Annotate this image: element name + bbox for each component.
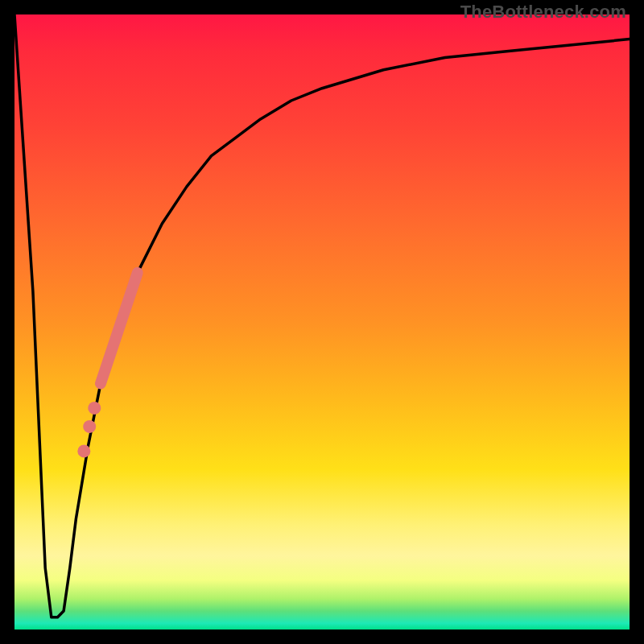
bottleneck-curve: [14, 14, 630, 617]
watermark-text: TheBottleneck.com: [460, 2, 626, 23]
chart-frame: TheBottleneck.com: [0, 0, 644, 644]
marker-segment: [101, 273, 138, 384]
chart-plot-area: [14, 14, 630, 630]
chart-svg: [14, 14, 630, 630]
marker-dot: [83, 420, 96, 433]
marker-dot: [77, 444, 90, 457]
marker-dot: [88, 402, 101, 415]
marker-dots: [77, 402, 101, 457]
